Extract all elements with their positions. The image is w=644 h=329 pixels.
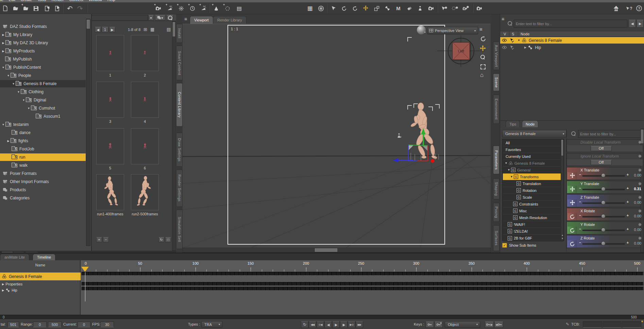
slider-handle[interactable] (601, 214, 606, 218)
tree-item-footjob[interactable]: SFootJob (0, 145, 86, 153)
figure-setup-tool[interactable] (416, 4, 425, 13)
group-general[interactable]: ▼GGeneral (503, 167, 563, 174)
group-misc[interactable]: GMisc (503, 208, 563, 214)
previous-key-button[interactable]: ⊙◀ (317, 321, 324, 328)
thumbnail-4[interactable] (131, 82, 159, 118)
tree-item-genesis-8-female[interactable]: ▼SGenesis 8 Female (0, 80, 86, 87)
new-camera-button[interactable]: + (154, 4, 163, 13)
import-button[interactable]: ◀ (42, 4, 51, 13)
caret-icon[interactable]: ▼ (22, 99, 26, 102)
menu-render[interactable]: Render (52, 0, 64, 2)
search-dropdown-button[interactable]: ▾ (148, 15, 154, 20)
caret-icon[interactable]: ▼ (507, 168, 511, 171)
tree-item-cumshot[interactable]: ▼SCumshot (0, 104, 86, 112)
caret-icon[interactable]: ▼ (518, 39, 520, 42)
content-search-button[interactable] (167, 15, 173, 20)
timeline-range-strip[interactable]: 0 500 (0, 315, 644, 319)
render-button[interactable] (475, 4, 484, 13)
tree-item-mypublish[interactable]: SMyPublish (0, 55, 86, 63)
tab-posing[interactable]: Posing (493, 203, 499, 222)
chevron-down-icon[interactable]: ▾ (424, 31, 426, 34)
thumbs-scrollbar[interactable] (172, 21, 176, 251)
group-rotation[interactable]: GRotation (503, 187, 563, 194)
group-waif[interactable]: G!WAIF! (503, 221, 563, 228)
group-genesis-8-female[interactable]: ▼Genesis 8 Female (503, 160, 563, 167)
tree-item-my-daz-3d-library[interactable]: ▶SMy DAZ 3D Library (0, 39, 86, 47)
menu-create[interactable]: Create (21, 0, 32, 2)
nudge-minus-button[interactable]: − (578, 186, 582, 190)
thumbnail-2[interactable] (131, 35, 159, 71)
render-options-button[interactable] (461, 4, 470, 13)
tree-item-fights[interactable]: ▶Sfights (0, 137, 86, 145)
caret-icon[interactable]: ▼ (17, 91, 20, 94)
viewport-pane-menu-icon[interactable]: ≡ (479, 26, 482, 32)
param-value[interactable]: 0.00 (628, 228, 641, 232)
new-spotlight-button[interactable]: + (165, 4, 174, 13)
caret-icon[interactable]: ▼ (6, 74, 10, 77)
tree-item-other-import-formats[interactable]: Other Import Formats (0, 178, 86, 185)
col-selectable[interactable]: S (512, 32, 514, 36)
tab-params-node[interactable]: Node (522, 120, 538, 127)
scene-back-button[interactable]: ◀ (629, 20, 636, 28)
translate-tool-active[interactable] (361, 4, 370, 13)
remove-content-button[interactable]: − (103, 237, 109, 242)
tab-environment[interactable]: Environment (493, 95, 499, 124)
tree-item-publishcontent[interactable]: ▼SPublishContent (0, 64, 86, 71)
slider-handle[interactable] (601, 228, 606, 232)
slider-handle[interactable] (601, 241, 606, 246)
group-favorites[interactable]: Favorites (503, 146, 563, 153)
total-frames-field[interactable]: 501 (7, 322, 19, 327)
content-db-button[interactable]: ▾ (155, 15, 165, 20)
thumbnail-5[interactable] (96, 128, 124, 164)
menu-help[interactable]: Help (107, 0, 115, 2)
scene-filter-input[interactable] (514, 20, 627, 28)
slider-handle[interactable] (601, 173, 606, 178)
tab-install[interactable]: Install (176, 24, 183, 43)
tab-render-settings[interactable]: Render Settings (176, 169, 183, 207)
new-point-light-button[interactable]: + (176, 4, 186, 13)
param-value[interactable]: 0.31 (628, 187, 641, 191)
toggle-off-button[interactable]: Off (591, 146, 612, 151)
caret-icon[interactable]: ▼ (1, 123, 5, 126)
tree-item-dance[interactable]: Sdance (0, 129, 86, 136)
geometry-editor-tool[interactable]: M (394, 4, 403, 13)
caret-icon[interactable]: ▶ (1, 33, 5, 36)
timeline-track-hip[interactable]: ▶ Hip (2, 287, 17, 293)
tab-shaping[interactable]: Shaping (493, 178, 499, 199)
loop-button[interactable]: ↻ (301, 321, 308, 328)
camera-tool[interactable] (426, 4, 436, 13)
scene-pane-menu-icon[interactable]: ≡ (502, 16, 504, 22)
step-back-button[interactable]: ◀ (324, 321, 332, 328)
translate-gizmo[interactable] (384, 126, 466, 167)
caret-icon[interactable]: ▼ (510, 175, 513, 178)
nudge-minus-button[interactable]: − (578, 227, 582, 231)
grid-snap-button[interactable]: ▦ (305, 4, 315, 13)
gear-icon[interactable] (638, 154, 642, 158)
nudge-minus-button[interactable]: − (578, 200, 582, 204)
current-frame-field[interactable]: 0 (78, 322, 90, 327)
rotate-select-tool[interactable] (339, 4, 349, 13)
viewport-nav-button[interactable] (316, 4, 325, 13)
new-primitive-button[interactable]: + (211, 4, 221, 13)
nudge-minus-button[interactable]: − (578, 172, 582, 177)
col-node[interactable]: Node (521, 32, 529, 36)
gear-icon[interactable] (638, 209, 642, 213)
menu-tools[interactable]: Tools (37, 0, 46, 2)
tab-animate-lite[interactable]: aniMate Lite (0, 254, 29, 260)
col-visible[interactable]: V (504, 32, 506, 36)
viewport-hscrollbar[interactable] (183, 248, 491, 252)
menu-window[interactable]: Window (89, 0, 102, 2)
types-dropdown[interactable]: TRA ▾ (201, 321, 222, 328)
frame-object-icon[interactable] (480, 64, 486, 69)
scale-tool[interactable] (372, 4, 381, 13)
tab-content-library[interactable]: Content Library (176, 83, 183, 127)
tree-item-poser-formats[interactable]: Poser Formats (0, 170, 86, 177)
step-forward-button[interactable]: ▶ (340, 321, 348, 328)
thumbnail-run2[interactable] (131, 174, 159, 210)
tool-settings-button[interactable] (439, 4, 448, 13)
tab-timeline[interactable]: Timeline (33, 254, 55, 260)
export-button[interactable]: ▶ (52, 4, 62, 13)
playhead[interactable] (81, 267, 89, 272)
node-select-tool[interactable] (328, 4, 338, 13)
tree-item-myproducts[interactable]: ▶SMyProducts (0, 47, 86, 55)
